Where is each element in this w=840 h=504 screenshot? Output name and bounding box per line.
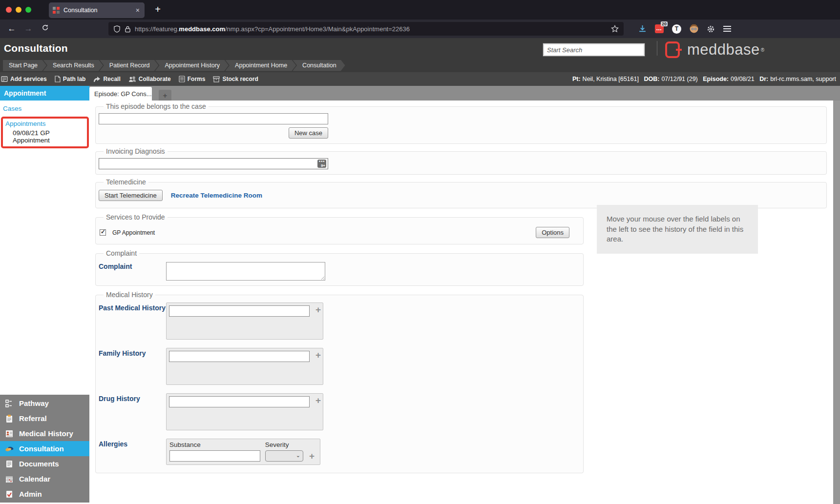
pathway-icon xyxy=(5,399,14,408)
menu-hamburger-icon[interactable] xyxy=(723,26,731,32)
new-case-button[interactable]: New case xyxy=(289,127,328,139)
url-bar[interactable]: https://featureg.meddbase.com/nmp.aspx?c… xyxy=(108,22,624,36)
add-services-button[interactable]: Add services xyxy=(1,76,47,82)
header-divider xyxy=(657,41,657,56)
zoom-window-button[interactable] xyxy=(25,7,31,13)
add-services-icon xyxy=(1,76,8,82)
invoicing-diagnosis-section: Invoicing Diagnosis ••• 9+ xyxy=(95,147,827,175)
sidebar-item-referral[interactable]: Referral xyxy=(0,411,89,426)
profile-initial-icon[interactable]: T xyxy=(672,24,681,34)
documents-icon xyxy=(5,460,14,468)
forms-icon xyxy=(179,76,185,82)
gp-appointment-label: GP Appointment xyxy=(112,229,155,236)
family-history-input[interactable] xyxy=(169,351,310,362)
collaborate-button[interactable]: Collaborate xyxy=(128,76,171,82)
add-family-history-icon[interactable]: + xyxy=(315,352,321,358)
case-section-legend: This episode belongs to the case xyxy=(104,102,209,110)
minimize-window-button[interactable] xyxy=(16,7,21,13)
recall-button[interactable]: Recall xyxy=(93,76,120,82)
start-telemedicine-button[interactable]: Start Telemedicine xyxy=(99,190,163,201)
tab-episode-gp-cons[interactable]: Episode: GP Cons... xyxy=(89,87,152,101)
sidebar-item-calendar[interactable]: Calendar xyxy=(0,471,89,486)
new-tab-button[interactable]: + xyxy=(151,4,164,15)
url-text[interactable]: https://featureg.meddbase.com/nmp.aspx?c… xyxy=(135,25,607,33)
patient-label: Pt: xyxy=(572,76,581,82)
drug-history-label[interactable]: Drug History xyxy=(99,393,166,430)
reload-button[interactable] xyxy=(38,24,52,34)
forms-button[interactable]: Forms xyxy=(179,76,206,82)
add-allergy-icon[interactable]: + xyxy=(309,453,315,459)
stock-record-box-icon xyxy=(213,76,220,82)
shield-icon[interactable] xyxy=(113,25,121,33)
sidebar-item-medical-history[interactable]: Medical History xyxy=(0,426,89,441)
close-window-button[interactable] xyxy=(6,7,12,13)
browser-tab[interactable]: Consultation × xyxy=(49,2,145,18)
patient-info-bar: Pt:Neil, Kristina [65161] DOB:07/12/91 (… xyxy=(572,76,836,82)
invoicing-diagnosis-input[interactable] xyxy=(99,158,328,169)
sidebar-appointments-link[interactable]: Appointments xyxy=(5,120,86,128)
allergies-label[interactable]: Allergies xyxy=(99,439,166,465)
extension-icon[interactable]: ••• 20 xyxy=(655,24,664,33)
logo-text: meddbase xyxy=(687,41,760,58)
start-search-box[interactable] xyxy=(543,43,645,56)
forward-button: → xyxy=(21,24,35,34)
doctor-label: Dr: xyxy=(759,76,768,82)
sidebar-item-pathway[interactable]: Pathway xyxy=(0,396,89,411)
past-medical-history-input[interactable] xyxy=(169,305,310,317)
sidebar-cases-link[interactable]: Cases xyxy=(0,101,89,113)
path-lab-icon xyxy=(55,76,61,82)
bookmark-star-icon[interactable] xyxy=(611,25,619,33)
settings-gear-icon[interactable] xyxy=(707,25,715,33)
tab-title: Consultation xyxy=(63,7,135,14)
medical-history-legend: Medical History xyxy=(104,291,155,299)
downloads-icon[interactable] xyxy=(638,25,647,33)
scrollbar-track[interactable] xyxy=(833,101,840,504)
sidebar-item-documents[interactable]: Documents xyxy=(0,456,89,471)
medical-history-section: Medical History Past Medical History + F… xyxy=(95,291,584,473)
past-medical-history-label[interactable]: Past Medical History xyxy=(99,302,166,340)
annotation-highlight-box: Appointments 09/08/21 GP Appointment xyxy=(1,117,89,148)
substance-input[interactable] xyxy=(169,450,260,462)
telemedicine-section: Telemedicine Start Telemedicine Recreate… xyxy=(95,178,827,208)
main-panel: Episode: GP Cons... + This episode belon… xyxy=(89,86,840,504)
breadcrumb-patient-record[interactable]: Patient Record xyxy=(100,60,159,71)
breadcrumb-consultation[interactable]: Consultation xyxy=(293,60,345,71)
breadcrumb-appointment-home[interactable]: Appointment Home xyxy=(225,60,296,71)
gp-appointment-checkbox[interactable] xyxy=(100,229,106,236)
breadcrumb-search-results[interactable]: Search Results xyxy=(43,60,103,71)
referral-clipboard-icon xyxy=(5,414,14,423)
options-button[interactable]: Options xyxy=(536,227,569,238)
diagnosis-picker-icon[interactable]: ••• 9+ xyxy=(317,160,326,168)
field-history-help-panel: Move your mouse over the field labels on… xyxy=(597,205,758,254)
add-past-medical-history-icon[interactable]: + xyxy=(315,307,321,313)
avatar-icon[interactable] xyxy=(690,24,698,33)
stock-record-button[interactable]: Stock record xyxy=(213,76,258,82)
sidebar-item-admin[interactable]: Admin xyxy=(0,486,89,502)
back-button[interactable]: ← xyxy=(5,24,19,34)
family-history-label[interactable]: Family History xyxy=(99,348,166,385)
case-input[interactable] xyxy=(99,113,328,124)
sidebar-appointment-item[interactable]: 09/08/21 GP Appointment xyxy=(5,128,86,144)
complaint-field-label[interactable]: Complaint xyxy=(99,261,166,281)
complaint-textarea[interactable] xyxy=(166,262,325,281)
search-input[interactable] xyxy=(544,44,644,55)
past-medical-history-panel: + xyxy=(166,302,323,340)
sidebar-item-consultation[interactable]: Consultation xyxy=(0,441,89,456)
substance-column-header: Substance xyxy=(169,441,201,448)
admin-check-icon xyxy=(5,490,14,499)
add-drug-history-icon[interactable]: + xyxy=(315,398,321,403)
recreate-telemedicine-link[interactable]: Recreate Telemedicine Room xyxy=(171,192,262,199)
browser-toolbar-icons: ••• 20 T xyxy=(638,24,731,34)
breadcrumb-start-page[interactable]: Start Page xyxy=(3,60,46,71)
telemedicine-legend: Telemedicine xyxy=(104,178,148,186)
drug-history-input[interactable] xyxy=(169,396,310,407)
path-lab-button[interactable]: Path lab xyxy=(55,76,86,82)
resize-handle-icon[interactable] xyxy=(320,275,324,280)
tab-close-icon[interactable]: × xyxy=(135,6,141,14)
add-episode-tab-button[interactable]: + xyxy=(159,90,171,101)
lock-icon[interactable] xyxy=(125,25,131,33)
family-history-panel: + xyxy=(166,348,323,385)
breadcrumb-appointment-history[interactable]: Appointment History xyxy=(155,60,229,71)
severity-select[interactable]: ⌄ xyxy=(265,450,303,462)
complaint-section: Complaint Complaint xyxy=(95,249,584,286)
